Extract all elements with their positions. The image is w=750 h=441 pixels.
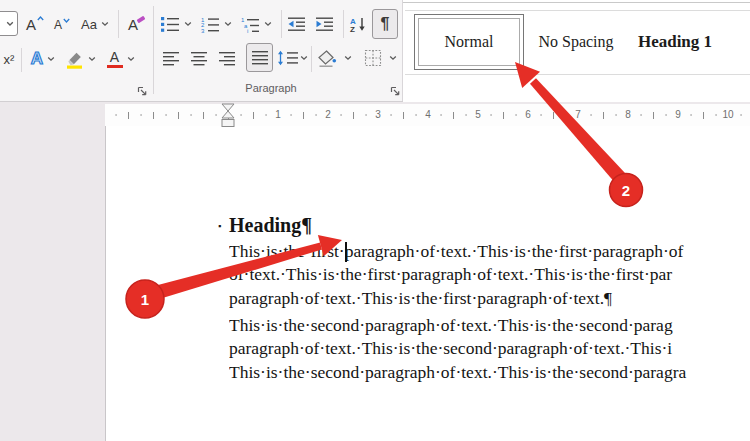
- gallery-frame-top: [405, 10, 750, 11]
- line-spacing-dropdown[interactable]: [299, 48, 309, 68]
- chevron-down-icon[interactable]: [127, 56, 135, 62]
- multilevel-list-icon: 1 a i: [240, 16, 260, 33]
- text-line[interactable]: paragraph·of·text.·This·is·the·second·pa…: [229, 337, 750, 360]
- align-center-button[interactable]: [189, 47, 209, 69]
- style-label: Heading 1: [638, 32, 712, 52]
- ruler-number: 9: [673, 108, 683, 122]
- show-formatting-marks-button[interactable]: ¶: [372, 9, 398, 39]
- ruler-number: 10: [720, 108, 735, 122]
- chevron-down-icon: [344, 55, 352, 61]
- shading-button[interactable]: [315, 45, 339, 71]
- increase-indent-button[interactable]: [314, 12, 336, 36]
- decrease-indent-icon: [287, 16, 307, 32]
- shrink-font-button[interactable]: A: [52, 14, 72, 36]
- style-bullet-marker: ▪: [218, 221, 221, 231]
- shading-dropdown[interactable]: [343, 48, 353, 68]
- paragraph-group-label: Paragraph: [243, 82, 299, 94]
- increase-indent-icon: [315, 16, 335, 32]
- document-heading[interactable]: Heading¶: [229, 214, 312, 237]
- font-color-letter: A: [110, 49, 119, 65]
- style-selected-inner-border: [418, 18, 520, 66]
- text-highlight-button[interactable]: [64, 46, 98, 72]
- multilevel-dropdown[interactable]: [263, 14, 273, 34]
- chevron-down-icon[interactable]: [47, 56, 55, 62]
- change-case-label: Aa: [81, 17, 97, 32]
- pilcrow-icon: ¶: [381, 15, 390, 33]
- ruler-number: 6: [523, 108, 533, 122]
- svg-text:i: i: [247, 28, 248, 33]
- text-line[interactable]: of·text.·This·is·the·first·paragraph·of·…: [229, 263, 750, 286]
- clear-formatting-button[interactable]: A: [125, 12, 149, 36]
- numbered-list-icon: 1 2 3: [200, 16, 220, 33]
- horizontal-ruler[interactable]: 1 2 3 4 5 6 7 8 9 10: [105, 104, 750, 127]
- justify-icon: [251, 50, 269, 65]
- sort-z-letter: Z: [350, 25, 355, 33]
- chevron-down-icon: [224, 21, 232, 27]
- chevron-down-icon: [184, 21, 192, 27]
- borders-dropdown[interactable]: [388, 48, 398, 68]
- ribbon: A A Aa A x² A: [0, 0, 750, 102]
- align-right-icon: [218, 51, 236, 66]
- borders-button[interactable]: [361, 46, 385, 70]
- caret-up-icon: [37, 16, 44, 21]
- chevron-down-icon[interactable]: [101, 21, 109, 27]
- font-color-button[interactable]: A: [103, 46, 137, 72]
- ruler-number: 5: [473, 108, 483, 122]
- font-color-swatch: [107, 65, 123, 69]
- numbering-dropdown[interactable]: [223, 14, 233, 34]
- bullets-button[interactable]: [158, 12, 182, 36]
- text-line[interactable]: This·is·the·second·paragraph·of·text.·Th…: [229, 314, 750, 337]
- chevron-down-icon[interactable]: [88, 56, 96, 62]
- text-line[interactable]: This·is·the·second·paragraph·of·text.·Th…: [229, 361, 750, 384]
- text-effects-button[interactable]: A: [27, 46, 59, 72]
- borders-icon: [364, 49, 382, 67]
- justify-button[interactable]: [246, 43, 273, 72]
- gallery-frame-bottom: [405, 74, 750, 75]
- style-label: No Spacing: [538, 33, 613, 51]
- ruler-number: 7: [573, 108, 583, 122]
- bullets-dropdown[interactable]: [183, 14, 193, 34]
- line-spacing-button[interactable]: [276, 46, 300, 70]
- ruler-number: 3: [373, 108, 383, 122]
- svg-text:3: 3: [201, 28, 205, 33]
- paragraph-1: This·is·the·first·paragraph·of·text.·Thi…: [229, 240, 750, 310]
- align-left-icon: [162, 51, 180, 66]
- text-cursor: [345, 242, 347, 262]
- font-dialog-launcher-icon[interactable]: [137, 83, 149, 95]
- word-window: A A Aa A x² A: [0, 0, 750, 441]
- chevron-down-icon: [300, 55, 308, 61]
- ruler-number: 4: [423, 108, 433, 122]
- gallery-top-border: [403, 2, 750, 3]
- eraser-icon: [136, 15, 146, 24]
- text-line[interactable]: paragraph·of·text.·This·is·the·first·par…: [229, 287, 750, 310]
- numbering-button[interactable]: 1 2 3: [198, 12, 222, 36]
- align-right-button[interactable]: [217, 47, 237, 69]
- decrease-indent-button[interactable]: [286, 12, 308, 36]
- text-line[interactable]: This·is·the·first·paragraph·of·text.·Thi…: [229, 240, 750, 263]
- change-case-button[interactable]: Aa: [78, 12, 112, 36]
- sort-icon: A Z: [349, 16, 367, 33]
- style-item-no-spacing[interactable]: No Spacing: [524, 14, 628, 70]
- sort-button[interactable]: A Z: [347, 11, 369, 37]
- chevron-down-icon: [389, 55, 397, 61]
- style-item-heading-1[interactable]: Heading 1: [628, 14, 722, 70]
- document-page[interactable]: ▪ Heading¶ This·is·the·first·paragraph·o…: [105, 126, 750, 441]
- paragraph-2: This·is·the·second·paragraph·of·text.·Th…: [229, 314, 750, 384]
- ruler-number: 2: [323, 108, 333, 122]
- indent-marker[interactable]: [220, 103, 236, 128]
- grow-font-letter: A: [26, 16, 36, 33]
- font-size-combobox[interactable]: [0, 11, 18, 36]
- line-spacing-icon: [277, 50, 299, 66]
- align-center-icon: [190, 51, 208, 66]
- chevron-down-icon: [264, 21, 272, 27]
- paragraph-dialog-launcher-icon[interactable]: [390, 83, 402, 95]
- superscript-label: x²: [4, 52, 15, 67]
- multilevel-list-button[interactable]: 1 a i: [238, 12, 262, 36]
- shrink-font-letter: A: [54, 18, 62, 32]
- superscript-button[interactable]: x²: [0, 48, 18, 70]
- highlighter-icon: [66, 50, 84, 69]
- grow-font-button[interactable]: A: [24, 12, 46, 36]
- ruler-number: 8: [623, 108, 633, 122]
- align-left-button[interactable]: [161, 47, 181, 69]
- style-item-normal[interactable]: Normal: [414, 14, 524, 70]
